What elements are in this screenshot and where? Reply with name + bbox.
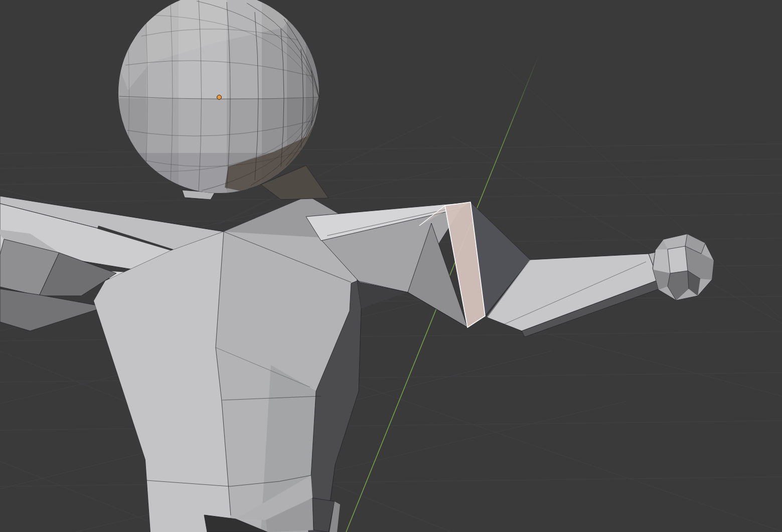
hand-face-front: [668, 246, 688, 273]
hand-face-left: [654, 249, 670, 273]
viewport-canvas[interactable]: [0, 0, 782, 532]
object-origin-dot[interactable]: [217, 95, 222, 100]
blender-3d-viewport[interactable]: [0, 0, 782, 532]
